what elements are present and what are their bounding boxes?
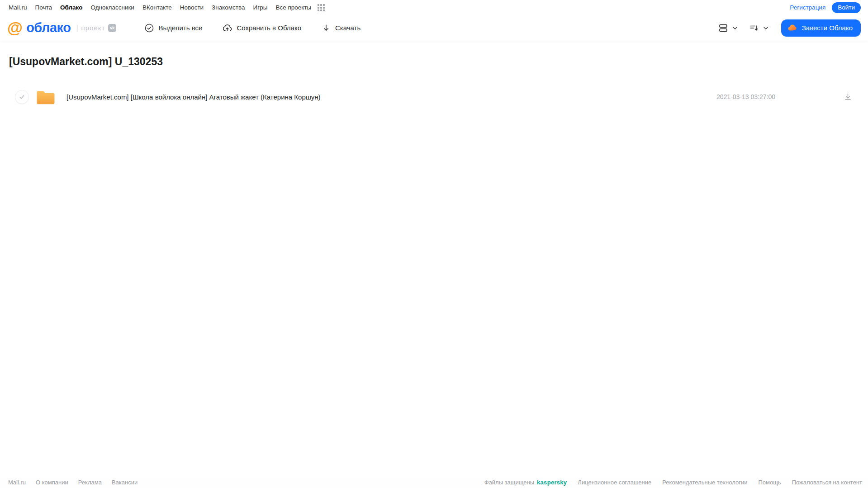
download-label: Скачать — [335, 24, 360, 32]
footer-bar: Mail.ru О компании Реклама Вакансии Файл… — [0, 476, 868, 488]
sort-icon — [749, 23, 759, 33]
download-button[interactable]: Скачать — [321, 23, 360, 33]
nav-link-all-projects[interactable]: Все проекты — [275, 4, 311, 11]
nav-link-mailru[interactable]: Mail.ru — [9, 4, 27, 11]
download-arrow-icon — [321, 23, 331, 33]
file-list-area: [UsupovMarket.com] U_130253 [UsupovMarke… — [0, 41, 868, 476]
circle-check-icon — [144, 23, 154, 33]
get-cloud-button[interactable]: Завести Облако — [781, 19, 861, 37]
view-mode-control[interactable] — [718, 23, 739, 33]
nav-link-cloud-active[interactable]: Облако — [60, 4, 82, 11]
nav-link-news[interactable]: Новости — [180, 4, 204, 11]
apps-grid-icon[interactable] — [318, 4, 325, 11]
save-to-cloud-button[interactable]: Сохранить в Облако — [222, 23, 301, 33]
list-view-icon — [718, 23, 729, 33]
save-to-cloud-label: Сохранить в Облако — [237, 24, 301, 32]
file-name-link[interactable]: [UsupovMarket.com] [Школа войлока онлайн… — [66, 93, 321, 101]
top-nav-links: Mail.ru Почта Облако Одноклассники ВКонт… — [9, 4, 325, 11]
select-all-button[interactable]: Выделить все — [144, 23, 202, 33]
footer-link-ads[interactable]: Реклама — [78, 479, 102, 486]
project-label: проект — [81, 24, 105, 32]
nav-link-vkontakte[interactable]: ВКонтакте — [142, 4, 172, 11]
footer-link-license[interactable]: Лицензионное соглашение — [578, 479, 651, 486]
page-title: [UsupovMarket.com] U_130253 — [9, 56, 868, 68]
row-checkbox[interactable] — [15, 90, 29, 104]
files-protected-label: Файлы защищены — [484, 479, 534, 486]
file-date: 2021-03-13 03:27:00 — [716, 93, 775, 100]
footer-link-recommendation-tech[interactable]: Рекомендательные технологии — [662, 479, 747, 486]
top-nav-auth: Регистрация Войти — [790, 2, 861, 13]
project-vk-label: | проект vk — [76, 24, 116, 32]
chevron-down-icon — [731, 24, 739, 32]
nav-link-mail[interactable]: Почта — [35, 4, 52, 11]
row-download-icon[interactable] — [843, 92, 853, 102]
nav-link-games[interactable]: Игры — [253, 4, 268, 11]
sort-control[interactable] — [749, 23, 769, 33]
project-divider: | — [76, 24, 78, 32]
select-all-label: Выделить все — [158, 24, 202, 32]
footer-left-links: Mail.ru О компании Реклама Вакансии — [8, 479, 138, 486]
footer-link-about[interactable]: О компании — [36, 479, 68, 486]
header-right-controls: Завести Облако — [718, 19, 861, 37]
registration-link[interactable]: Регистрация — [790, 4, 825, 11]
login-button[interactable]: Войти — [832, 2, 861, 13]
nav-link-odnoklassniki[interactable]: Одноклассники — [90, 4, 134, 11]
file-toolbar: Выделить все Сохранить в Облако Скачать — [144, 23, 360, 33]
top-nav-bar: Mail.ru Почта Облако Одноклассники ВКонт… — [0, 0, 868, 15]
file-row[interactable]: [UsupovMarket.com] [Школа войлока онлайн… — [0, 86, 868, 108]
folder-icon — [36, 89, 57, 105]
get-cloud-label: Завести Облако — [802, 24, 853, 32]
footer-right-links: Файлы защищены kaspersky Лицензионное со… — [484, 479, 862, 486]
nav-link-dating[interactable]: Знакомства — [212, 4, 245, 11]
cloud-mailru-page: Mail.ru Почта Облако Одноклассники ВКонт… — [0, 0, 868, 488]
cloud-upload-icon — [222, 23, 232, 33]
footer-link-jobs[interactable]: Вакансии — [112, 479, 138, 486]
mailru-at-icon: @ — [7, 19, 23, 35]
kaspersky-logo[interactable]: kaspersky — [537, 479, 567, 486]
footer-link-report-content[interactable]: Пожаловаться на контент — [792, 479, 862, 486]
chevron-down-icon — [762, 24, 769, 32]
header-bar: @ облако | проект vk Выделить все Сохран… — [0, 15, 868, 41]
footer-link-mailru[interactable]: Mail.ru — [8, 479, 26, 486]
kaspersky-protected: Файлы защищены kaspersky — [484, 479, 567, 486]
cloud-orange-icon — [787, 23, 798, 33]
cloud-logo-word: облако — [26, 20, 71, 35]
vk-logo-icon: vk — [108, 24, 116, 32]
footer-link-help[interactable]: Помощь — [758, 479, 781, 486]
cloud-logo[interactable]: @ облако — [7, 20, 71, 35]
